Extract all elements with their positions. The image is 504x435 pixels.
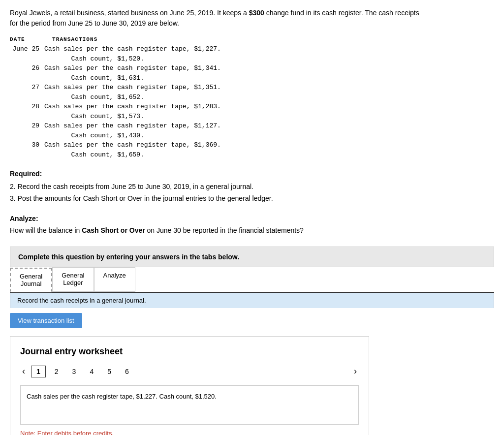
transactions-header: TRANSACTIONS	[52, 36, 97, 42]
transaction-row-june26: 26 Cash sales per the cash register tape…	[10, 63, 494, 83]
page-6[interactable]: 6	[120, 366, 134, 377]
tab-general-ledger[interactable]: GeneralLedger	[52, 267, 94, 292]
required-item3: 3. Post the amounts for Cash Short or Ov…	[10, 193, 494, 205]
date-header: DATE	[10, 36, 44, 42]
tab-general-journal-label: GeneralJournal	[20, 273, 42, 287]
transaction-row-june29: 29 Cash sales per the cash register tape…	[10, 121, 494, 140]
page-1[interactable]: 1	[31, 366, 46, 377]
page-3[interactable]: 3	[67, 366, 81, 377]
date-june26: 26	[10, 63, 44, 83]
tab-general-journal[interactable]: GeneralJournal	[10, 268, 52, 292]
view-transaction-list-button[interactable]: View transaction list	[10, 313, 82, 328]
required-section: Required: 2. Record the cash receipts fr…	[10, 168, 494, 204]
page-4[interactable]: 4	[85, 366, 98, 377]
required-item2: 2. Record the cash receipts from June 25…	[10, 181, 494, 193]
date-june28: 28	[10, 102, 44, 121]
trans-june29: Cash sales per the cash register tape, $…	[44, 121, 494, 140]
worksheet-title: Journal entry worksheet	[20, 346, 359, 357]
tab-content-bar: Record the cash receipts in a general jo…	[10, 293, 494, 308]
next-page-button[interactable]: ›	[352, 366, 359, 376]
complete-box: Complete this question by entering your …	[10, 247, 494, 267]
trans-june27: Cash sales per the cash register tape, $…	[44, 83, 494, 102]
tab-general-ledger-label: GeneralLedger	[62, 272, 84, 286]
note-text: Note: Enter debits before credits.	[20, 430, 359, 435]
trans-june30: Cash sales per the cash register tape, $…	[44, 140, 494, 159]
tab-analyze[interactable]: Analyze	[94, 267, 135, 292]
prev-page-button[interactable]: ‹	[20, 366, 27, 376]
date-june25: June 25	[10, 44, 44, 63]
date-june27: 27	[10, 83, 44, 102]
tabs-container: GeneralJournal GeneralLedger Analyze	[10, 267, 494, 293]
required-title: Required:	[10, 168, 494, 180]
trans-june25: Cash sales per the cash register tape, $…	[44, 44, 494, 63]
transaction-row-june30: 30 Cash sales per the cash register tape…	[10, 140, 494, 159]
date-june29: 29	[10, 121, 44, 140]
transaction-row-june27: 27 Cash sales per the cash register tape…	[10, 83, 494, 102]
page-5[interactable]: 5	[102, 366, 116, 377]
analyze-section: Analyze: How will the balance in Cash Sh…	[10, 213, 494, 237]
tab-analyze-label: Analyze	[103, 272, 126, 279]
analyze-title: Analyze:	[10, 213, 494, 225]
entry-description-box: Cash sales per the cash register tape, $…	[20, 385, 359, 425]
journal-entry-worksheet: Journal entry worksheet ‹ 1 2 3 4 5 6 › …	[10, 336, 369, 435]
transaction-row-june28: 28 Cash sales per the cash register tape…	[10, 102, 494, 121]
page-2[interactable]: 2	[50, 366, 63, 377]
intro-paragraph: Royal Jewels, a retail business, started…	[10, 8, 494, 29]
date-june30: 30	[10, 140, 44, 159]
trans-june28: Cash sales per the cash register tape, $…	[44, 102, 494, 121]
transactions-table: DATE TRANSACTIONS June 25 Cash sales per…	[10, 36, 494, 159]
trans-june26: Cash sales per the cash register tape, $…	[44, 63, 494, 83]
transaction-row-june25: June 25 Cash sales per the cash register…	[10, 44, 494, 63]
pagination: ‹ 1 2 3 4 5 6 ›	[20, 366, 359, 377]
analyze-text: How will the balance in Cash Short or Ov…	[10, 225, 494, 237]
